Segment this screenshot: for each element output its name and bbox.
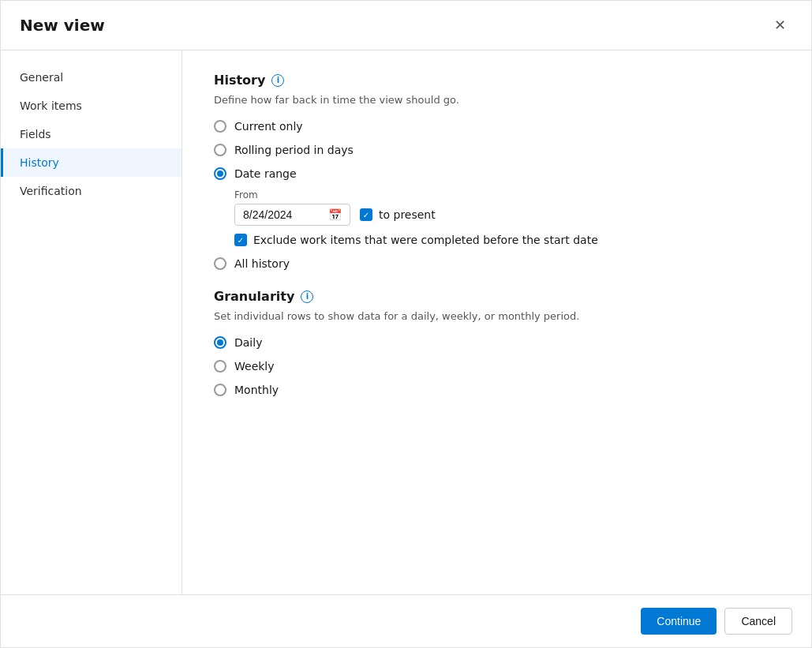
radio-daily[interactable]: Daily [214,336,780,349]
radio-date-range[interactable]: Date range [214,167,780,180]
date-input[interactable] [243,208,322,221]
sidebar-item-general[interactable]: General [1,63,181,92]
exclude-check-mark: ✓ [238,236,244,245]
granularity-info-icon[interactable]: i [301,290,313,303]
radio-current-only-label: Current only [234,120,303,133]
radio-date-range-input[interactable] [214,167,226,180]
history-title: History i [214,73,780,88]
radio-monthly-label: Monthly [234,384,279,396]
radio-rolling-period-input[interactable] [214,144,226,156]
radio-date-range-wrapper: Date range From 📅 [214,167,780,246]
radio-all-history-input[interactable] [214,257,226,270]
radio-weekly[interactable]: Weekly [214,360,780,373]
radio-monthly-input[interactable] [214,384,226,396]
sidebar-item-verification[interactable]: Verification [1,177,181,205]
cancel-button[interactable]: Cancel [724,608,792,635]
history-info-icon[interactable]: i [271,74,284,87]
new-view-dialog: New view ✕ General Work items Fields His… [0,0,812,648]
history-radio-group: Current only Rolling period in days Date… [214,120,780,270]
from-label: From [234,189,780,200]
radio-date-range-label: Date range [234,167,297,180]
granularity-radio-group: Daily Weekly Monthly [214,336,780,396]
radio-rolling-period-label: Rolling period in days [234,144,354,156]
radio-weekly-input[interactable] [214,360,226,373]
radio-current-only[interactable]: Current only [214,120,780,133]
dialog-header: New view ✕ [1,1,811,51]
date-range-sub: From 📅 ✓ [234,189,780,246]
exclude-label: Exclude work items that were completed b… [253,234,598,246]
exclude-checkbox[interactable]: ✓ [234,234,247,246]
radio-weekly-label: Weekly [234,360,275,373]
sidebar: General Work items Fields History Verifi… [1,51,182,594]
date-input-wrapper: 📅 [234,204,350,226]
dialog-title: New view [20,16,105,35]
radio-daily-label: Daily [234,336,262,349]
granularity-section: Granularity i Set individual rows to sho… [214,289,780,396]
radio-current-only-input[interactable] [214,120,226,133]
dialog-body: General Work items Fields History Verifi… [1,51,811,594]
granularity-title: Granularity i [214,289,780,304]
dialog-footer: Continue Cancel [1,594,811,647]
to-present-checkbox[interactable]: ✓ [360,208,372,221]
exclude-checkbox-row: ✓ Exclude work items that were completed… [234,234,780,246]
radio-all-history-label: All history [234,257,290,270]
to-present-label: to present [379,208,436,221]
main-content: History i Define how far back in time th… [182,51,811,594]
history-description: Define how far back in time the view sho… [214,94,780,106]
to-present-row: ✓ to present [360,208,436,221]
history-section: History i Define how far back in time th… [214,73,780,270]
calendar-icon[interactable]: 📅 [328,208,342,221]
from-section: From 📅 ✓ [234,189,780,226]
sidebar-item-fields[interactable]: Fields [1,120,181,148]
date-row: 📅 ✓ to present [234,204,780,226]
radio-daily-input[interactable] [214,336,226,349]
sidebar-item-work-items[interactable]: Work items [1,92,181,120]
sidebar-item-history[interactable]: History [1,148,181,177]
radio-rolling-period[interactable]: Rolling period in days [214,144,780,156]
continue-button[interactable]: Continue [641,608,717,635]
granularity-description: Set individual rows to show data for a d… [214,310,780,322]
close-button[interactable]: ✕ [768,13,792,37]
radio-monthly[interactable]: Monthly [214,384,780,396]
to-present-check-mark: ✓ [363,211,369,219]
radio-all-history[interactable]: All history [214,257,780,270]
